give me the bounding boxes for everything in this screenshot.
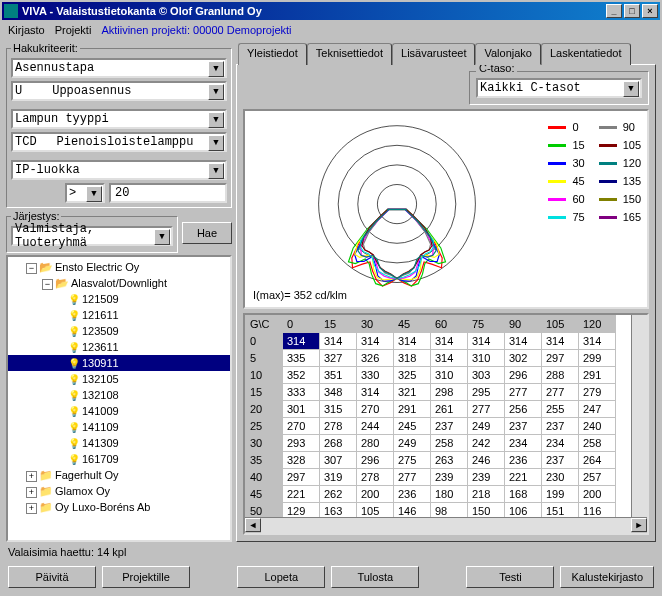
grid-cell[interactable]: 314 — [431, 333, 468, 350]
tree-item[interactable]: 141309 — [8, 435, 230, 451]
grid-cell[interactable]: 314 — [283, 333, 320, 350]
grid-cell[interactable]: 180 — [431, 486, 468, 503]
grid-cell[interactable]: 263 — [431, 452, 468, 469]
tree-item[interactable]: 132105 — [8, 371, 230, 387]
grid-cell[interactable]: 277 — [468, 401, 505, 418]
grid-cell[interactable]: 310 — [431, 367, 468, 384]
grid-cell[interactable]: 257 — [579, 469, 616, 486]
grid-cell[interactable]: 314 — [394, 333, 431, 350]
grid-cell[interactable]: 307 — [320, 452, 357, 469]
vertical-scrollbar[interactable] — [631, 315, 647, 517]
grid-cell[interactable]: 234 — [542, 435, 579, 452]
tree-item[interactable]: 121509 — [8, 291, 230, 307]
grid-cell[interactable]: 295 — [468, 384, 505, 401]
grid-cell[interactable]: 258 — [579, 435, 616, 452]
grid-cell[interactable]: 163 — [320, 503, 357, 518]
grid-cell[interactable]: 351 — [320, 367, 357, 384]
ip-class-combo[interactable]: IP-luokka▼ — [11, 160, 227, 180]
grid-cell[interactable]: 278 — [320, 418, 357, 435]
chevron-down-icon[interactable]: ▼ — [86, 186, 102, 202]
grid-cell[interactable]: 239 — [431, 469, 468, 486]
grid-cell[interactable]: 326 — [357, 350, 394, 367]
grid-cell[interactable]: 247 — [579, 401, 616, 418]
tree-node-manufacturer[interactable]: +Oy Luxo-Boréns Ab — [8, 499, 230, 515]
tab-laskentatiedot[interactable]: Laskentatiedot — [541, 43, 631, 65]
grid-cell[interactable]: 310 — [468, 350, 505, 367]
grid-cell[interactable]: 277 — [394, 469, 431, 486]
grid-cell[interactable]: 237 — [505, 418, 542, 435]
tree-item[interactable]: 161709 — [8, 451, 230, 467]
grid-cell[interactable]: 348 — [320, 384, 357, 401]
minimize-button[interactable]: _ — [606, 4, 622, 18]
grid-cell[interactable]: 315 — [320, 401, 357, 418]
lamp-type-value[interactable]: TCD Pienoisloistelamppu ▼ — [11, 132, 227, 152]
tulosta-button[interactable]: Tulosta — [331, 566, 419, 588]
grid-cell[interactable]: 293 — [283, 435, 320, 452]
grid-cell[interactable]: 240 — [579, 418, 616, 435]
grid-cell[interactable]: 291 — [394, 401, 431, 418]
chevron-down-icon[interactable]: ▼ — [208, 135, 224, 151]
tree-item[interactable]: 141009 — [8, 403, 230, 419]
grid-cell[interactable]: 237 — [542, 418, 579, 435]
grid-cell[interactable]: 245 — [394, 418, 431, 435]
grid-cell[interactable]: 221 — [283, 486, 320, 503]
grid-cell[interactable]: 200 — [357, 486, 394, 503]
testi-button[interactable]: Testi — [466, 566, 554, 588]
grid-cell[interactable]: 277 — [542, 384, 579, 401]
kaluste-button[interactable]: Kalustekirjasto — [560, 566, 654, 588]
grid-cell[interactable]: 255 — [542, 401, 579, 418]
tree-node-group[interactable]: −Alasvalot/Downlight — [8, 275, 230, 291]
ip-op-combo[interactable]: >▼ — [65, 183, 105, 203]
grid-cell[interactable]: 302 — [505, 350, 542, 367]
ip-value-field[interactable] — [113, 185, 223, 201]
grid-cell[interactable]: 270 — [283, 418, 320, 435]
lamp-type-combo[interactable]: Lampun tyyppi▼ — [11, 109, 227, 129]
grid-cell[interactable]: 299 — [579, 350, 616, 367]
grid-cell[interactable]: 199 — [542, 486, 579, 503]
product-tree[interactable]: −Ensto Electric Oy−Alasvalot/Downlight12… — [6, 255, 232, 542]
grid-cell[interactable]: 258 — [431, 435, 468, 452]
tree-item[interactable]: 130911 — [8, 355, 230, 371]
install-type-combo[interactable]: Asennustapa▼ — [11, 58, 227, 78]
tree-item[interactable]: 123509 — [8, 323, 230, 339]
tree-item[interactable]: 121611 — [8, 307, 230, 323]
horizontal-scrollbar[interactable]: ◄ ► — [245, 517, 647, 533]
grid-cell[interactable]: 314 — [505, 333, 542, 350]
grid-cell[interactable]: 242 — [468, 435, 505, 452]
grid-cell[interactable]: 333 — [283, 384, 320, 401]
grid-cell[interactable]: 270 — [357, 401, 394, 418]
grid-cell[interactable]: 296 — [357, 452, 394, 469]
tree-node-manufacturer[interactable]: +Glamox Oy — [8, 483, 230, 499]
grid-cell[interactable]: 280 — [357, 435, 394, 452]
menu-projekti[interactable]: Projekti — [55, 24, 92, 36]
grid-cell[interactable]: 168 — [505, 486, 542, 503]
scroll-left-icon[interactable]: ◄ — [245, 518, 261, 532]
tree-item[interactable]: 132108 — [8, 387, 230, 403]
grid-cell[interactable]: 244 — [357, 418, 394, 435]
grid-cell[interactable]: 98 — [431, 503, 468, 518]
chevron-down-icon[interactable]: ▼ — [623, 81, 639, 97]
tree-node-manufacturer[interactable]: −Ensto Electric Oy — [8, 259, 230, 275]
tree-item[interactable]: 123611 — [8, 339, 230, 355]
chevron-down-icon[interactable]: ▼ — [208, 163, 224, 179]
grid-cell[interactable]: 314 — [542, 333, 579, 350]
grid-cell[interactable]: 150 — [468, 503, 505, 518]
grid-cell[interactable]: 264 — [579, 452, 616, 469]
grid-cell[interactable]: 297 — [283, 469, 320, 486]
grid-cell[interactable]: 314 — [431, 350, 468, 367]
paivita-button[interactable]: Päivitä — [8, 566, 96, 588]
menu-kirjasto[interactable]: Kirjasto — [8, 24, 45, 36]
grid-cell[interactable]: 129 — [283, 503, 320, 518]
grid-cell[interactable]: 249 — [468, 418, 505, 435]
grid-cell[interactable]: 236 — [394, 486, 431, 503]
projektille-button[interactable]: Projektille — [102, 566, 190, 588]
grid-cell[interactable]: 230 — [542, 469, 579, 486]
tab-valonjako[interactable]: Valonjako — [475, 43, 541, 65]
lopeta-button[interactable]: Lopeta — [237, 566, 325, 588]
grid-cell[interactable]: 106 — [505, 503, 542, 518]
tab-yleistiedot[interactable]: Yleistiedot — [238, 43, 307, 65]
grid-cell[interactable]: 298 — [431, 384, 468, 401]
grid-cell[interactable]: 288 — [542, 367, 579, 384]
maximize-button[interactable]: □ — [624, 4, 640, 18]
grid-cell[interactable]: 314 — [468, 333, 505, 350]
